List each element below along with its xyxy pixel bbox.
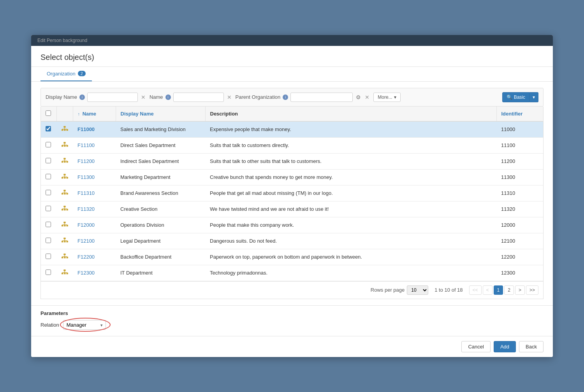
- parent-org-filter: Parent Organization i ⚙ ✕: [236, 93, 371, 102]
- modal-body: Display Name i ✕ Name i ✕ Parent Organiz…: [31, 82, 553, 306]
- name-column-header[interactable]: ↑ Name: [73, 107, 116, 121]
- row-icon-cell: [56, 249, 73, 265]
- table-row[interactable]: F12000 Operations Division People that m…: [41, 217, 543, 233]
- last-page-button[interactable]: >>: [526, 285, 538, 295]
- parent-org-input[interactable]: [290, 93, 353, 102]
- org-icon: [61, 158, 68, 165]
- row-checkbox[interactable]: [46, 206, 51, 211]
- results-table: ↑ Name Display Name Description Identifi…: [41, 107, 543, 281]
- row-display-name: Sales and Marketing Division: [116, 121, 205, 138]
- page-2-label: 2: [508, 287, 510, 293]
- row-checkbox-cell[interactable]: [41, 217, 56, 233]
- row-checkbox[interactable]: [46, 238, 51, 243]
- row-display-name: Operations Division: [116, 217, 205, 233]
- row-checkbox[interactable]: [46, 254, 51, 259]
- parent-org-gear-button[interactable]: ⚙: [355, 94, 362, 100]
- row-checkbox-cell[interactable]: [41, 153, 56, 169]
- row-checkbox[interactable]: [46, 174, 51, 179]
- svg-rect-64: [62, 272, 63, 274]
- description-column-header: Description: [205, 107, 496, 121]
- display-name-input[interactable]: [87, 93, 138, 102]
- svg-rect-59: [66, 256, 68, 258]
- row-name: F12000: [73, 217, 116, 233]
- row-description: We have twisted mind and we are not afra…: [205, 201, 496, 217]
- row-checkbox-cell[interactable]: [41, 233, 56, 249]
- back-button[interactable]: Back: [519, 341, 544, 352]
- table-row[interactable]: F12100 Legal Department Dangerous suits.…: [41, 233, 543, 249]
- identifier-column-header[interactable]: Identifier: [496, 107, 543, 121]
- row-checkbox[interactable]: [46, 126, 51, 131]
- parent-org-clear-button[interactable]: ✕: [364, 94, 370, 100]
- row-checkbox[interactable]: [46, 158, 51, 163]
- table-row[interactable]: F11300 Marketing Department Creative bun…: [41, 169, 543, 185]
- name-input[interactable]: [173, 93, 224, 102]
- name-clear-button[interactable]: ✕: [226, 94, 232, 100]
- row-checkbox-cell[interactable]: [41, 185, 56, 201]
- table-row[interactable]: F12300 IT Department Technology primadon…: [41, 265, 543, 281]
- row-icon-cell: [56, 201, 73, 217]
- relation-label: Relation: [40, 322, 59, 328]
- search-button[interactable]: 🔍 Basic: [502, 92, 529, 102]
- row-checkbox-cell[interactable]: [41, 137, 56, 153]
- row-checkbox[interactable]: [46, 270, 51, 275]
- row-checkbox[interactable]: [46, 222, 51, 227]
- row-icon-cell: [56, 137, 73, 153]
- parameters-title: Parameters: [40, 310, 544, 316]
- more-filters-chevron: ▾: [394, 94, 396, 100]
- page-2-button[interactable]: 2: [504, 285, 514, 295]
- row-checkbox-cell[interactable]: [41, 265, 56, 281]
- select-all-checkbox[interactable]: [46, 110, 51, 116]
- row-description: People that get all mad about missing (T…: [205, 185, 496, 201]
- table-row[interactable]: F11310 Brand Awareness Section People th…: [41, 185, 543, 201]
- display-name-column-header[interactable]: Display Name: [116, 107, 205, 121]
- next-page-button[interactable]: >: [515, 285, 525, 295]
- table-row[interactable]: F11000 Sales and Marketing Division Expe…: [41, 121, 543, 138]
- row-display-name: Brand Awareness Section: [116, 185, 205, 201]
- prev-page-button[interactable]: <: [483, 285, 493, 295]
- row-name: F12300: [73, 265, 116, 281]
- row-identifier: 11310: [496, 185, 543, 201]
- row-icon-cell: [56, 233, 73, 249]
- row-icon-cell: [56, 185, 73, 201]
- first-page-button[interactable]: <<: [469, 285, 482, 295]
- row-checkbox-cell[interactable]: [41, 169, 56, 185]
- table-row[interactable]: F11200 Indirect Sales Department Suits t…: [41, 153, 543, 169]
- row-checkbox-cell[interactable]: [41, 121, 56, 138]
- display-name-filter: Display Name i ✕: [46, 93, 146, 102]
- table-row[interactable]: F12200 Backoffice Department Paperwork o…: [41, 249, 543, 265]
- name-filter: Name i ✕: [150, 93, 232, 102]
- more-filters-button[interactable]: More... ▾: [373, 93, 400, 102]
- tab-organization[interactable]: Organization 2: [40, 67, 92, 81]
- row-display-name: Direct Sales Department: [116, 137, 205, 153]
- rows-per-page-select[interactable]: 10 25 50 100: [407, 285, 428, 295]
- search-label: Basic: [514, 94, 525, 100]
- row-checkbox-cell[interactable]: [41, 249, 56, 265]
- row-description: Expensive people that make money.: [205, 121, 496, 138]
- tab-organization-badge: 2: [78, 71, 86, 76]
- top-bar: Edit Person background: [31, 35, 553, 46]
- page-info: 1 to 10 of 18: [434, 287, 463, 293]
- display-name-clear-button[interactable]: ✕: [140, 94, 146, 100]
- display-name-info-icon: i: [79, 94, 85, 100]
- cancel-button[interactable]: Cancel: [461, 341, 490, 352]
- add-button[interactable]: Add: [494, 341, 516, 352]
- page-1-button[interactable]: 1: [494, 285, 503, 295]
- search-group: 🔍 Basic ▾: [502, 92, 538, 102]
- svg-rect-21: [63, 173, 65, 175]
- icon-header: [56, 107, 73, 121]
- row-checkbox[interactable]: [46, 190, 51, 195]
- row-checkbox-cell[interactable]: [41, 201, 56, 217]
- svg-rect-50: [62, 240, 63, 242]
- basic-dropdown-button[interactable]: ▾: [529, 92, 538, 102]
- svg-rect-28: [63, 189, 65, 191]
- org-icon: [61, 238, 68, 245]
- table-row[interactable]: F11320 Creative Section We have twisted …: [41, 201, 543, 217]
- modal-title: Select object(s): [40, 53, 544, 62]
- row-description: Creative bunch that spends money to get …: [205, 169, 496, 185]
- row-icon-cell: [56, 121, 73, 138]
- table-row[interactable]: F11100 Direct Sales Department Suits tha…: [41, 137, 543, 153]
- select-all-header[interactable]: [41, 107, 56, 121]
- row-checkbox[interactable]: [46, 142, 51, 147]
- name-sort-icon: ↑: [78, 112, 80, 116]
- relation-select[interactable]: Manager Employee Colleague Direct Report: [63, 320, 106, 330]
